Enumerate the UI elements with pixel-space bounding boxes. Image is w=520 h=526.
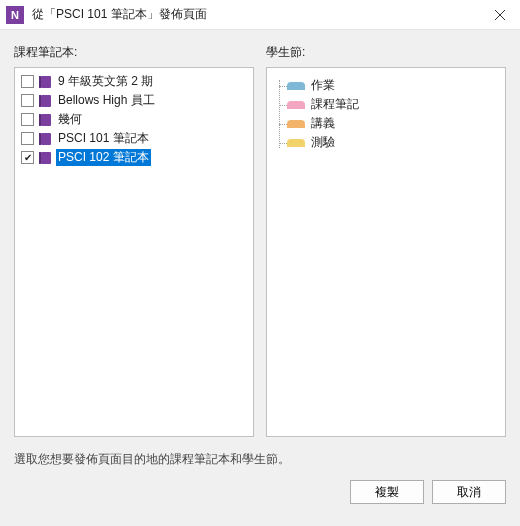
- notebook-icon: [39, 151, 51, 165]
- notebook-item[interactable]: 9 年級英文第 2 期: [15, 72, 253, 91]
- notebook-item[interactable]: PSCI 102 筆記本: [15, 148, 253, 167]
- notebook-icon: [39, 132, 51, 146]
- notebook-item[interactable]: 幾何: [15, 110, 253, 129]
- section-tab-icon: [287, 82, 305, 90]
- window-title: 從「PSCI 101 筆記本」發佈頁面: [32, 6, 480, 23]
- section-item[interactable]: 課程筆記: [275, 95, 497, 114]
- section-label: 測驗: [311, 134, 335, 151]
- notebook-label: 9 年級英文第 2 期: [56, 73, 155, 90]
- section-item[interactable]: 測驗: [275, 133, 497, 152]
- notebooks-listbox[interactable]: 9 年級英文第 2 期Bellows High 員工幾何PSCI 101 筆記本…: [14, 67, 254, 437]
- section-label: 作業: [311, 77, 335, 94]
- section-item[interactable]: 作業: [275, 76, 497, 95]
- notebook-label: PSCI 101 筆記本: [56, 130, 151, 147]
- copy-button[interactable]: 複製: [350, 480, 424, 504]
- close-icon: [495, 10, 505, 20]
- notebook-checkbox[interactable]: [21, 132, 34, 145]
- notebook-label: PSCI 102 筆記本: [56, 149, 151, 166]
- onenote-app-icon-glyph: N: [11, 9, 19, 21]
- notebooks-column: 課程筆記本: 9 年級英文第 2 期Bellows High 員工幾何PSCI …: [14, 44, 254, 437]
- notebook-checkbox[interactable]: [21, 75, 34, 88]
- notebook-checkbox[interactable]: [21, 151, 34, 164]
- notebook-icon: [39, 94, 51, 108]
- dialog-body: 課程筆記本: 9 年級英文第 2 期Bellows High 員工幾何PSCI …: [0, 30, 520, 526]
- section-label: 講義: [311, 115, 335, 132]
- sections-label: 學生節:: [266, 44, 506, 61]
- notebook-item[interactable]: Bellows High 員工: [15, 91, 253, 110]
- onenote-app-icon: N: [6, 6, 24, 24]
- notebook-label: Bellows High 員工: [56, 92, 157, 109]
- sections-tree: 作業課程筆記講義測驗: [267, 72, 505, 156]
- sections-listbox[interactable]: 作業課程筆記講義測驗: [266, 67, 506, 437]
- section-tab-icon: [287, 139, 305, 147]
- notebook-label: 幾何: [56, 111, 84, 128]
- sections-column: 學生節: 作業課程筆記講義測驗: [266, 44, 506, 437]
- section-tab-icon: [287, 101, 305, 109]
- cancel-button[interactable]: 取消: [432, 480, 506, 504]
- instruction-text: 選取您想要發佈頁面目的地的課程筆記本和學生節。: [14, 451, 506, 468]
- section-tab-icon: [287, 120, 305, 128]
- section-item[interactable]: 講義: [275, 114, 497, 133]
- notebook-checkbox[interactable]: [21, 113, 34, 126]
- notebook-icon: [39, 113, 51, 127]
- close-button[interactable]: [480, 0, 520, 30]
- button-row: 複製 取消: [14, 480, 506, 504]
- notebook-item[interactable]: PSCI 101 筆記本: [15, 129, 253, 148]
- notebook-icon: [39, 75, 51, 89]
- notebook-checkbox[interactable]: [21, 94, 34, 107]
- notebooks-label: 課程筆記本:: [14, 44, 254, 61]
- section-label: 課程筆記: [311, 96, 359, 113]
- title-bar: N 從「PSCI 101 筆記本」發佈頁面: [0, 0, 520, 30]
